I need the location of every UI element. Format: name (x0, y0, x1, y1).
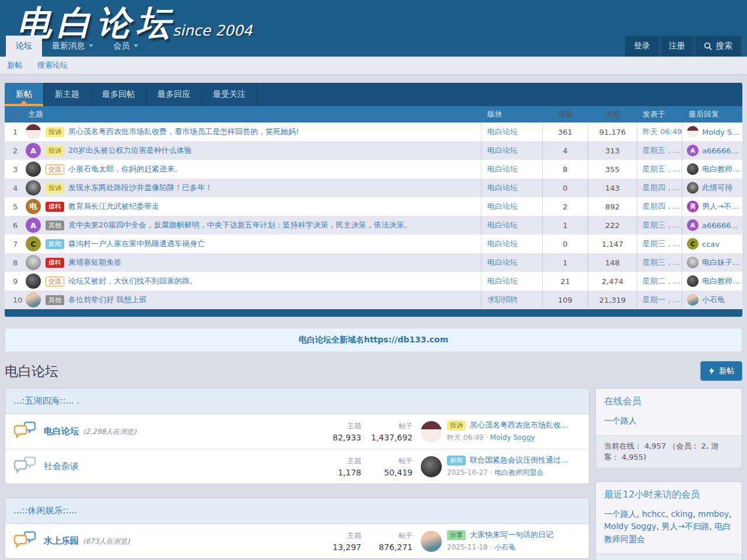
widget-tab-3[interactable]: 最多回帖 (91, 83, 146, 106)
topic-author-avatar[interactable] (26, 124, 41, 139)
forum-bubbles-icon[interactable] (13, 531, 37, 552)
topic-title-link[interactable]: 小泉石龟太郎，你妈的赶紧进来。 (68, 164, 182, 174)
posted-date-link[interactable]: 星期四，… (643, 201, 680, 212)
last-reply-user-link[interactable]: 电白教师… (702, 164, 740, 174)
nav-tab-members[interactable]: 会员 (103, 36, 148, 57)
topic-title-link[interactable]: 教育局长江允武被纪委带走 (68, 201, 159, 212)
last-reply-avatar[interactable]: A (687, 145, 699, 156)
last-reply-avatar[interactable] (687, 163, 699, 175)
member-link[interactable]: Moldy Soggy (604, 522, 657, 531)
latest-post-author-link[interactable]: 小石龟 (494, 543, 515, 551)
forum-link[interactable]: 电白论坛 (487, 239, 518, 249)
forum-link[interactable]: 电白论坛 (487, 183, 518, 193)
last-reply-user-link[interactable]: ccav (702, 240, 720, 249)
latest-post-author-link[interactable]: Moldy Soggy (490, 433, 535, 442)
topic-title-link[interactable]: 各位前辈们好 我想上班 (68, 295, 146, 305)
widget-tab-1[interactable]: 新帖 (5, 83, 44, 106)
last-reply-user-link[interactable]: 此情可待 (702, 183, 732, 193)
topic-author-avatar[interactable]: 电 (26, 199, 41, 214)
widget-tab-2[interactable]: 新主题 (44, 83, 91, 106)
latest-post-title-link[interactable]: 大家快来写一句话的日记 (470, 530, 553, 540)
last-reply-avatar[interactable]: 男 (687, 201, 699, 212)
topic-prefix-tag[interactable]: 分享 (447, 530, 466, 540)
register-button[interactable]: 注册 (660, 36, 694, 57)
nav-tab-whats-new[interactable]: 最新消息 (42, 36, 103, 57)
last-reply-user-link[interactable]: 小石龟 (702, 295, 725, 305)
forum-name-link[interactable]: 水上乐园 (44, 536, 79, 547)
last-reply-user-link[interactable]: a66666699 (702, 221, 742, 230)
topic-title-link[interactable]: 党中央第20届四中全会，反腐旗帜鲜明，中央下达新五年计划：坚持科学决策，民主决策… (68, 220, 412, 230)
posted-date-link[interactable]: 星期五，… (643, 164, 680, 174)
last-reply-avatar[interactable]: A (687, 219, 699, 231)
forum-bubbles-icon[interactable] (13, 456, 37, 477)
posted-date-link[interactable]: 星期三，… (643, 257, 680, 268)
subnav-search-forums-link[interactable]: 搜索论坛 (37, 60, 68, 71)
member-link[interactable]: 男人→不归路 (662, 522, 710, 531)
topic-prefix-tag[interactable]: 投诉 (46, 183, 64, 193)
topic-author-avatar[interactable] (26, 292, 41, 307)
topic-prefix-tag[interactable]: 交流 (46, 164, 64, 174)
online-members-title[interactable]: 在线会员 (596, 388, 742, 412)
forum-link[interactable]: 电白论坛 (487, 220, 518, 230)
member-link[interactable]: cking (671, 509, 693, 519)
latest-post-avatar[interactable] (421, 421, 442, 442)
posted-date-link[interactable]: 星期五，… (643, 145, 680, 156)
topic-prefix-tag[interactable]: 其他 (46, 295, 64, 305)
topic-title-link[interactable]: 发现水东两处路段沙井盖像陷阱！已多年！ (68, 183, 212, 193)
subnav-new-posts-link[interactable]: 新帖 (7, 60, 22, 71)
member-link[interactable]: 一个路人 (604, 509, 637, 519)
forum-link[interactable]: 电白论坛 (487, 127, 518, 137)
topic-prefix-tag[interactable]: 投诉 (447, 421, 466, 430)
last-reply-avatar[interactable] (687, 257, 699, 268)
last-reply-user-link[interactable]: 男人→不… (702, 201, 739, 212)
forum-bubbles-icon[interactable] (13, 421, 37, 442)
member-link[interactable]: hchcc (642, 509, 666, 519)
forum-link[interactable]: 电白论坛 (487, 276, 518, 286)
last-reply-avatar[interactable] (687, 182, 699, 194)
latest-post-title-link[interactable]: 黑心茂名粤西农批市场乱收… (470, 420, 568, 430)
member-link[interactable]: 一个路人 (604, 416, 637, 425)
latest-post-title-link[interactable]: 联合国紧急会议压倒性通过… (470, 455, 568, 466)
category-header[interactable]: ...:五湖四海::... . (5, 388, 589, 414)
topic-prefix-tag[interactable]: 爆料 (46, 258, 64, 268)
posted-date-link[interactable]: 星期四，… (643, 183, 680, 193)
nav-tab-forum[interactable]: 论坛 (6, 36, 42, 57)
widget-tab-4[interactable]: 最多回应 (146, 83, 202, 106)
topic-prefix-tag[interactable]: 新闻 (46, 239, 64, 249)
last-reply-user-link[interactable]: 电白教师… (702, 276, 740, 286)
topic-title-link[interactable]: 柬埔寨短期免签 (68, 257, 121, 268)
forum-link[interactable]: 电白论坛 (487, 257, 518, 268)
posted-date-link[interactable]: 星期三，… (643, 239, 680, 249)
last-reply-avatar[interactable] (687, 275, 699, 287)
topic-prefix-tag[interactable]: 投诉 (46, 127, 64, 137)
topic-prefix-tag[interactable]: 投诉 (46, 146, 64, 156)
recent-visitors-title[interactable]: 最近12小时来访的会员 (596, 482, 742, 506)
topic-title-link[interactable]: 论坛又被封，大伙们找不到回家的路。 (68, 276, 197, 286)
new-post-button[interactable]: 新帖 (700, 361, 742, 381)
topic-prefix-tag[interactable]: 爆料 (46, 202, 64, 212)
last-reply-avatar[interactable] (687, 294, 699, 306)
topic-title-link[interactable]: 森沟村一户人家在家中熟睡遭遇车祸身亡 (68, 239, 205, 249)
posted-date-link[interactable]: 星期一，… (643, 295, 680, 305)
last-reply-user-link[interactable]: Moldy So… (702, 128, 742, 136)
posted-date-link[interactable]: 星期三，… (643, 220, 680, 230)
posted-date-link[interactable]: 昨天 06:49 (643, 127, 682, 137)
topic-title-link[interactable]: 黑心茂名粤西农批市场乱收费，看市场员工是怎样回答的，笑死她妈! (68, 127, 299, 137)
latest-post-avatar[interactable] (421, 531, 442, 552)
topic-author-avatar[interactable] (26, 255, 41, 270)
latest-post-avatar[interactable] (421, 456, 442, 477)
last-reply-avatar[interactable] (687, 126, 699, 138)
topic-prefix-tag[interactable]: 新闻 (447, 456, 466, 466)
topic-author-avatar[interactable] (26, 162, 41, 177)
topic-author-avatar[interactable]: C (26, 236, 41, 251)
search-button[interactable]: 搜索 (695, 36, 741, 57)
posted-date-link[interactable]: 星期二，… (643, 276, 680, 286)
topic-author-avatar[interactable] (26, 180, 41, 195)
topic-prefix-tag[interactable]: 其他 (46, 220, 64, 230)
category-header[interactable]: ...::休闲娱乐::... (5, 498, 589, 524)
forum-link[interactable]: 电白论坛 (487, 164, 518, 174)
forum-name-link[interactable]: 电白论坛 (44, 426, 79, 437)
login-button[interactable]: 登录 (625, 36, 659, 57)
notice-link[interactable]: 电白论坛全新域名https://db133.com (299, 335, 449, 345)
topic-author-avatar[interactable] (26, 274, 41, 289)
